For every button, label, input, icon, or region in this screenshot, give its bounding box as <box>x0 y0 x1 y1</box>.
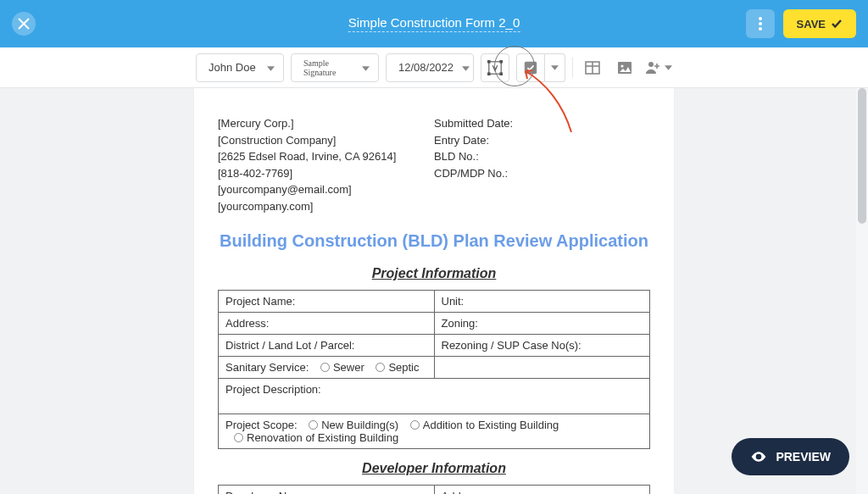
section2-heading: Developer Information <box>218 461 650 476</box>
more-menu-button[interactable] <box>746 9 775 38</box>
doc-main-title: Building Construction (BLD) Plan Review … <box>218 231 650 251</box>
name-value: John Doe <box>209 61 256 74</box>
name-dropdown[interactable]: John Doe <box>196 53 284 82</box>
svg-point-2 <box>759 27 762 31</box>
svg-rect-4 <box>487 60 491 64</box>
preview-button[interactable]: PREVIEW <box>732 438 849 475</box>
close-button[interactable] <box>12 12 36 36</box>
document-page[interactable]: [Mercury Corp.] [Construction Company] [… <box>194 88 674 494</box>
cell-developer-address[interactable]: Address: <box>434 486 650 495</box>
save-label: SAVE <box>797 18 826 31</box>
topbar: Simple Construction Form 2_0 SAVE <box>0 0 868 47</box>
company-type: [Construction Company] <box>218 132 434 149</box>
section1-heading: Project Information <box>218 266 650 281</box>
checkbox-icon <box>523 60 538 75</box>
company-phone: [818-402-7769] <box>218 165 434 182</box>
svg-rect-5 <box>499 60 503 64</box>
chevron-down-icon <box>462 66 470 71</box>
cell-project-name[interactable]: Project Name: <box>219 291 435 313</box>
person-add-icon <box>644 59 661 76</box>
save-button[interactable]: SAVE <box>783 9 856 38</box>
dots-vertical-icon <box>759 17 762 31</box>
signature-dropdown[interactable]: Sample Signature <box>291 53 379 82</box>
checkbox-tool-caret[interactable] <box>545 53 565 82</box>
sanitary-opt-sewer[interactable]: Sewer <box>320 361 364 374</box>
table-row: Project Description: <box>219 379 650 414</box>
table-row: Developer Name: Address: <box>219 486 650 495</box>
editor-workspace: [Mercury Corp.] [Construction Company] [… <box>0 88 868 494</box>
table-row: District / Land Lot / Parcel: Rezoning /… <box>219 335 650 357</box>
scrollbar-thumb[interactable] <box>858 88 866 224</box>
chevron-down-icon <box>551 65 559 70</box>
meta-entry-date: Entry Date: <box>434 132 650 149</box>
chevron-down-icon <box>665 65 672 70</box>
meta-cdp-mdp-no: CDP/MDP No.: <box>434 165 650 182</box>
checkbox-tool[interactable] <box>516 53 565 82</box>
close-icon <box>18 18 30 30</box>
cell-developer-name[interactable]: Developer Name: <box>219 486 435 495</box>
svg-point-15 <box>758 455 760 458</box>
meta-bld-no: BLD No.: <box>434 148 650 165</box>
text-box-icon <box>487 60 503 75</box>
cell-scope[interactable]: Project Scope: New Building(s) Addition … <box>219 414 650 449</box>
meta-submitted-date: Submitted Date: <box>434 115 650 132</box>
signature-sample: Sample Signature <box>303 58 353 77</box>
scope-opt-addition[interactable]: Addition to Existing Building <box>410 419 559 431</box>
table-tool[interactable] <box>580 53 605 82</box>
svg-rect-6 <box>487 72 491 75</box>
cell-rezoning[interactable]: Rezoning / SUP Case No(s): <box>434 335 650 357</box>
meta-block: Submitted Date: Entry Date: BLD No.: CDP… <box>434 115 650 214</box>
table-row: Sanitary Service: Sewer Septic <box>219 357 650 379</box>
image-tool[interactable] <box>612 53 637 82</box>
sanitary-opt-septic[interactable]: Septic <box>376 361 419 374</box>
toolbar-divider <box>572 58 573 78</box>
document-title[interactable]: Simple Construction Form 2_0 <box>348 15 520 32</box>
date-dropdown[interactable]: 12/08/2022 <box>386 53 474 82</box>
scrollbar-track[interactable] <box>856 88 868 494</box>
table-icon <box>584 59 601 76</box>
cell-address[interactable]: Address: <box>219 313 435 335</box>
company-block: [Mercury Corp.] [Construction Company] [… <box>218 115 434 214</box>
table-row: Project Scope: New Building(s) Addition … <box>219 414 650 449</box>
date-value: 12/08/2022 <box>398 61 453 74</box>
company-address: [2625 Edsel Road, Irvine, CA 92614] <box>218 148 434 165</box>
preview-label: PREVIEW <box>776 450 831 463</box>
developer-info-table: Developer Name: Address: City: Province/… <box>218 485 650 494</box>
cell-zoning[interactable]: Zoning: <box>434 313 650 335</box>
cell-unit[interactable]: Unit: <box>434 291 650 313</box>
svg-rect-7 <box>499 72 503 75</box>
company-web: [yourcompany.com] <box>218 198 434 215</box>
scope-label: Project Scope: <box>225 419 298 431</box>
editor-toolbar: John Doe Sample Signature 12/08/2022 <box>0 47 868 88</box>
check-icon <box>831 18 843 30</box>
scope-opt-renovation[interactable]: Renovation of Existing Building <box>234 431 398 444</box>
text-field-tool[interactable] <box>481 53 509 82</box>
table-row: Project Name: Unit: <box>219 291 650 313</box>
svg-point-14 <box>648 62 654 67</box>
cell-sanitary-blank[interactable] <box>434 357 650 379</box>
table-row: Address: Zoning: <box>219 313 650 335</box>
svg-point-1 <box>759 22 762 25</box>
svg-point-13 <box>620 64 623 67</box>
company-email: [yourcompany@email.com] <box>218 181 434 198</box>
person-role-tool[interactable] <box>644 59 672 76</box>
cell-sanitary[interactable]: Sanitary Service: Sewer Septic <box>219 357 435 379</box>
chevron-down-icon <box>362 66 370 71</box>
chevron-down-icon <box>267 66 275 71</box>
svg-point-0 <box>759 17 762 20</box>
image-icon <box>616 59 633 76</box>
eye-icon <box>750 448 767 465</box>
scope-opt-new[interactable]: New Building(s) <box>309 419 398 431</box>
project-info-table: Project Name: Unit: Address: Zoning: Dis… <box>218 290 650 449</box>
cell-description[interactable]: Project Description: <box>219 379 650 414</box>
company-name: [Mercury Corp.] <box>218 115 434 132</box>
sanitary-label: Sanitary Service: <box>225 361 309 374</box>
cell-district[interactable]: District / Land Lot / Parcel: <box>219 335 435 357</box>
